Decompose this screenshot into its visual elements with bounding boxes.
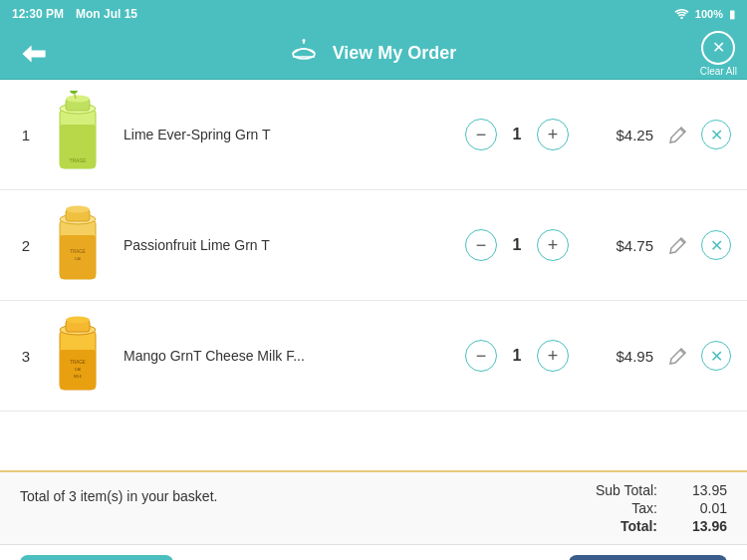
header-title-text: View My Order [333,43,457,64]
svg-point-11 [70,91,78,94]
item-price-3: $4.95 [599,348,653,365]
edit-item-1[interactable] [663,120,693,149]
item-price-1: $4.25 [599,127,653,143]
tax-row: Tax: 0.01 [631,500,727,516]
item-name-3: Mango GrnT Cheese Milk F... [124,348,465,364]
item-price-2: $4.75 [599,237,653,254]
item-controls-2: − 1 + [465,229,569,261]
item-qty-2: 1 [507,236,527,254]
clear-all-button[interactable]: ✕ Clear All [700,31,737,77]
svg-point-3 [302,39,305,42]
item-qty-1: 1 [507,126,527,143]
item-controls-1: − 1 + [465,119,569,150]
delete-item-3[interactable]: ✕ [701,341,731,371]
svg-text:TRAGE: TRAGE [69,157,87,163]
item-number-2: 2 [16,237,36,254]
order-item-2: 2 TRAGE CAI Passionfruit Lime Grn T − 1 … [0,190,747,301]
item-number-3: 3 [16,348,36,365]
header: View My Order ✕ Clear All [0,28,747,80]
item-image-1: TRAGE [44,90,112,179]
item-actions-1: ✕ [663,120,731,149]
add-more-food-button[interactable]: Add More Food [20,555,173,560]
item-controls-3: − 1 + [465,340,569,372]
bottom-bar: Add More Food Confirm Order [0,544,747,560]
tax-value: 0.01 [677,500,727,516]
dish-icon [291,38,317,69]
wifi-icon [674,8,689,21]
increase-qty-2[interactable]: + [537,229,569,261]
header-title: View My Order [291,38,457,69]
increase-qty-3[interactable]: + [537,340,569,372]
battery-icon: ▮ [729,8,735,21]
item-name-1: Lime Ever-Spring Grn T [124,127,465,142]
item-image-2: TRAGE CAI [44,200,112,290]
order-list: 1 TRAGE Lime Ever-Spring Grn T − 1 + $4.… [0,80,747,470]
total-row: Total: 13.96 [621,518,727,534]
svg-text:CAI: CAI [75,367,82,372]
basket-info: Total of 3 item(s) in your basket. [20,482,217,504]
item-actions-3: ✕ [663,341,731,371]
svg-point-0 [680,16,682,18]
delete-item-1[interactable]: ✕ [701,120,731,149]
decrease-qty-1[interactable]: − [465,119,497,150]
decrease-qty-3[interactable]: − [465,340,497,372]
confirm-order-button[interactable]: Confirm Order [569,555,727,560]
clear-label: Clear All [700,66,737,77]
svg-point-9 [66,96,90,103]
item-image-3: TRAGE CAI MILK [44,311,112,401]
svg-text:MILK: MILK [74,375,83,379]
price-summary: Sub Total: 13.95 Tax: 0.01 Total: 13.96 [596,482,727,534]
svg-point-24 [66,317,90,324]
subtotal-value: 13.95 [677,482,727,498]
clear-circle-icon: ✕ [701,31,735,65]
svg-text:CAI: CAI [75,256,82,261]
decrease-qty-2[interactable]: − [465,229,497,261]
svg-text:TRAGE: TRAGE [70,360,86,365]
battery-level: 100% [695,8,723,20]
back-button[interactable] [14,35,52,73]
total-label: Total: [621,518,657,534]
status-time: 12:30 PM [12,7,64,21]
item-actions-2: ✕ [663,230,731,260]
edit-item-2[interactable] [663,230,693,260]
svg-text:TRAGE: TRAGE [70,249,86,254]
edit-item-3[interactable] [663,341,693,371]
item-number-1: 1 [16,127,36,143]
svg-point-17 [66,206,90,213]
total-value: 13.96 [677,518,727,534]
item-name-2: Passionfruit Lime Grn T [124,237,465,253]
item-qty-3: 1 [507,347,527,365]
order-item-3: 3 TRAGE CAI MILK Mango GrnT Cheese Milk … [0,301,747,412]
increase-qty-1[interactable]: + [537,119,569,150]
order-item-1: 1 TRAGE Lime Ever-Spring Grn T − 1 + $4.… [0,80,747,190]
delete-item-2[interactable]: ✕ [701,230,731,260]
status-date: Mon Jul 15 [76,7,137,21]
order-summary: Total of 3 item(s) in your basket. Sub T… [0,470,747,544]
subtotal-label: Sub Total: [596,482,657,498]
status-bar: 12:30 PM Mon Jul 15 100% ▮ [0,0,747,28]
subtotal-row: Sub Total: 13.95 [596,482,727,498]
tax-label: Tax: [631,500,657,516]
